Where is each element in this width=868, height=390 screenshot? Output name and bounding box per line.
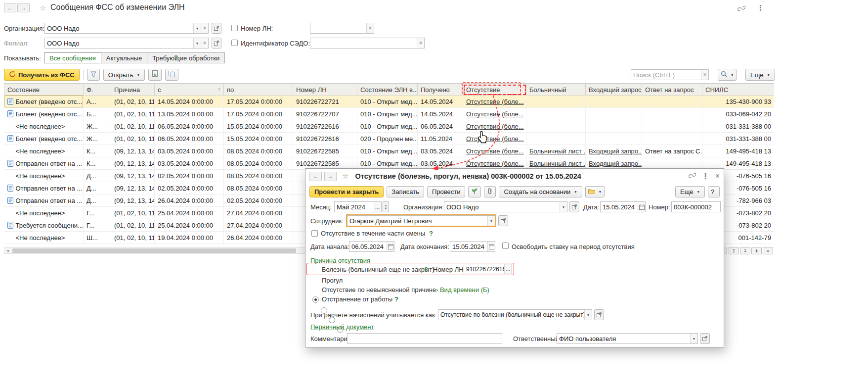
clear-icon[interactable]: ×: [201, 38, 208, 48]
copy-sheets-button[interactable]: [165, 69, 178, 81]
create-based-button[interactable]: Создать на основании▼: [499, 186, 582, 197]
help-link[interactable]: ?: [424, 266, 428, 273]
sedo-filter-checkbox[interactable]: [231, 40, 238, 46]
ellipsis-button[interactable]: …: [504, 264, 512, 274]
col-header-to[interactable]: по: [224, 84, 293, 96]
dialog-help-button[interactable]: ?: [708, 186, 720, 197]
forward-button[interactable]: →: [17, 3, 30, 12]
part-shift-checkbox[interactable]: [311, 230, 318, 237]
post-and-close-button[interactable]: Провести и закрыть: [309, 186, 384, 197]
calendar-icon[interactable]: [638, 202, 645, 212]
table-row[interactable]: Болеет (введено отс...Б...(01, 02, 10, 1…: [4, 108, 775, 120]
cell-link[interactable]: Отсутствие (боле...: [466, 135, 524, 143]
list-go-bottom-button[interactable]: ↧: [740, 247, 750, 254]
employee-open-button[interactable]: [498, 215, 508, 226]
calc-combobox[interactable]: Отсутствие по болезни (больничный еще не…: [438, 309, 592, 320]
scrollbar-thumb[interactable]: [12, 248, 296, 253]
col-header-answer[interactable]: Ответ на запрос: [642, 84, 702, 96]
configure-list-button[interactable]: [87, 69, 100, 81]
responsible-combobox[interactable]: ФИО пользователя ▼: [557, 333, 698, 344]
end-date-field[interactable]: 15.05.2024: [450, 241, 495, 252]
clear-icon[interactable]: ×: [701, 70, 708, 80]
cell-link[interactable]: Отсутствие (боле...: [466, 160, 524, 167]
chevron-down-icon[interactable]: ▼: [193, 38, 201, 48]
extra-menu-button[interactable]: ▼: [585, 186, 605, 197]
load-document-button[interactable]: [148, 69, 162, 81]
organization-combobox[interactable]: ООО Надо ▼ ×: [44, 23, 209, 34]
clear-icon[interactable]: ×: [201, 23, 208, 33]
kebab-menu-icon[interactable]: ⋮: [757, 3, 764, 12]
clear-icon[interactable]: ×: [366, 23, 374, 33]
link-icon[interactable]: [689, 172, 696, 181]
col-header-reason[interactable]: Причина: [111, 84, 155, 96]
cell-link[interactable]: Отсутствие (боле...: [466, 123, 524, 130]
close-icon[interactable]: ×: [715, 172, 720, 181]
help-link[interactable]: ?: [174, 54, 178, 61]
dialog-organization-open-button[interactable]: [569, 201, 579, 212]
chevron-down-icon[interactable]: ▼: [690, 334, 697, 343]
search-settings-button[interactable]: ▼: [718, 69, 737, 81]
time-kind-link[interactable]: › Вид времени (Б): [436, 286, 489, 293]
col-header-incoming[interactable]: Входящий запрос: [586, 84, 642, 96]
more-button[interactable]: Еще▼: [745, 69, 775, 81]
branch-combobox[interactable]: ООО Надо ▼ ×: [44, 38, 209, 49]
chevron-down-icon[interactable]: ▼: [560, 202, 567, 212]
chevron-down-icon[interactable]: ▼: [193, 23, 201, 33]
cell-link[interactable]: Входящий запро...: [589, 147, 642, 155]
clear-icon[interactable]: ×: [417, 38, 424, 48]
postings-button[interactable]: [468, 186, 481, 197]
col-header-sick-leave[interactable]: Больничный: [526, 84, 586, 96]
chevron-down-icon[interactable]: ▼: [487, 216, 495, 226]
calendar-icon[interactable]: [487, 242, 495, 251]
cell-link[interactable]: Отсутствие (боле...: [466, 110, 524, 118]
col-header-snils[interactable]: СНИЛС: [702, 84, 775, 96]
cell-link[interactable]: Входящий запро...: [589, 160, 642, 167]
favorite-star-icon[interactable]: ☆: [342, 172, 348, 181]
dialog-more-button[interactable]: Еще▼: [675, 186, 705, 197]
show-option-all-messages[interactable]: Все сообщения: [44, 52, 101, 63]
list-page-down-button[interactable]: ⇟: [751, 247, 762, 254]
release-rate-checkbox[interactable]: [502, 243, 509, 249]
reason-radio-sickness[interactable]: [312, 296, 319, 303]
col-header-from[interactable]: с↑: [155, 84, 224, 96]
primary-document-link[interactable]: Первичный документ: [310, 323, 374, 331]
list-go-top-button[interactable]: ↥: [729, 247, 739, 254]
link-icon[interactable]: [738, 4, 745, 14]
start-date-field[interactable]: 06.05.2024: [349, 241, 394, 252]
organization-open-button[interactable]: [212, 23, 221, 34]
col-header-ln[interactable]: Номер ЛН: [293, 84, 357, 96]
date-field[interactable]: 15.05.2024: [600, 201, 646, 212]
month-field[interactable]: Май 2024 …: [334, 201, 382, 212]
sedo-filter-input[interactable]: ×: [310, 38, 425, 49]
employee-combobox[interactable]: Огарков Дмитрий Петрович ▼: [347, 215, 495, 226]
branch-open-button[interactable]: [212, 38, 221, 49]
cell-link[interactable]: Больничный лист ...: [529, 147, 586, 155]
col-header-absence[interactable]: Отсутствие: [463, 84, 526, 96]
col-header-eln-state[interactable]: Состояние ЭЛН в...: [357, 84, 418, 96]
calendar-icon[interactable]: [387, 242, 394, 251]
table-row[interactable]: <Не последнее>К...(09, 12, 13, 14, 15...…: [4, 145, 775, 157]
show-option-needs-processing[interactable]: Требующие обработки: [147, 52, 225, 63]
chevron-down-icon[interactable]: ▼: [584, 310, 592, 320]
col-header-state[interactable]: Состояние: [4, 84, 84, 96]
cell-link[interactable]: Больничный лист ...: [529, 160, 586, 167]
responsible-open-button[interactable]: [700, 333, 710, 344]
search-input[interactable]: Поиск (Ctrl+F) ×: [631, 69, 709, 80]
table-row[interactable]: Болеет (введено отс...Ж...(01, 02, 10, 1…: [4, 133, 775, 145]
dialog-back-button[interactable]: ←: [309, 172, 322, 181]
ln-filter-checkbox[interactable]: [231, 25, 238, 31]
list-menu-button[interactable]: ≡: [763, 247, 773, 254]
cell-link[interactable]: Отсутствие (боле...: [466, 147, 524, 155]
open-button[interactable]: Открыть▼: [103, 69, 145, 81]
get-from-fss-button[interactable]: Получить из ФСС: [4, 69, 80, 81]
help-link[interactable]: ?: [394, 295, 398, 303]
back-button[interactable]: ←: [4, 3, 16, 12]
help-link[interactable]: ?: [429, 230, 433, 237]
kebab-menu-icon[interactable]: ⋮: [702, 172, 709, 181]
col-header-received[interactable]: Получено: [418, 84, 463, 96]
month-spinner[interactable]: ▲▼: [383, 201, 389, 212]
calc-open-button[interactable]: [594, 309, 604, 320]
table-row[interactable]: Отправлен ответ на ...К...(09, 12, 13, 1…: [4, 157, 775, 170]
show-option-actual[interactable]: Актуальные: [101, 52, 147, 63]
table-row[interactable]: <Не последнее>Ж...(01, 02, 10, 11) За...…: [4, 120, 775, 133]
